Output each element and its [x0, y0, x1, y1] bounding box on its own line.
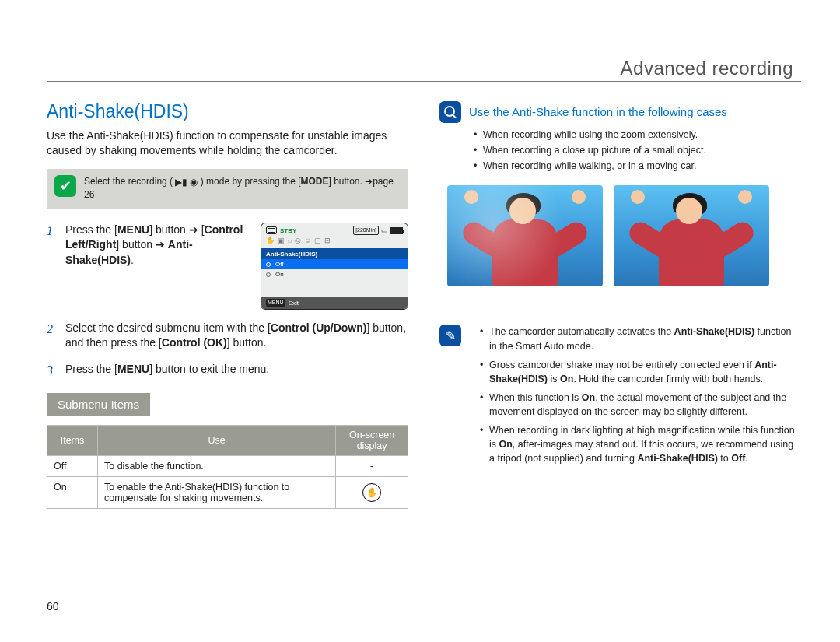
header-rule [47, 81, 801, 82]
cases-list: When recording while using the zoom exte… [439, 128, 801, 173]
t: ] button. [227, 336, 267, 349]
th-use: Use [97, 425, 335, 455]
menu-label: MENU [117, 363, 149, 375]
menu-option-on: On [261, 269, 408, 279]
menu-badge: MENU [266, 299, 285, 307]
t: . [745, 453, 747, 464]
table-row: Off To disable the function. - [47, 455, 408, 476]
menu-option-off: Off [261, 259, 408, 269]
table-row: On To enable the Anti-Shake(HDIS) functi… [47, 476, 408, 508]
lcd-preview: STBY [220Min] ▭ ✋ ▣ [261, 223, 408, 310]
cell-item: On [47, 476, 98, 508]
text: Select the recording ( [84, 176, 173, 187]
page-header: Advanced recording [621, 58, 793, 79]
list-item: When this function is On, the actual mov… [480, 391, 801, 419]
t: Select the desired submenu item with the… [65, 321, 271, 334]
grid-icon: ⊞ [324, 236, 331, 246]
t: The camcorder automatically activates th… [489, 326, 674, 337]
t: is [548, 374, 560, 384]
cell-display: - [336, 455, 408, 476]
photo-mode-icon: ◉ [190, 176, 198, 188]
b: Anti-Shake(HDIS) [674, 326, 754, 337]
check-icon: ✔ [54, 175, 76, 197]
th-items: Items [47, 425, 98, 455]
film-icon: ▣ [278, 236, 285, 246]
list-item: The camcorder automatically activates th… [480, 325, 801, 353]
hand-icon: ✋ [266, 236, 275, 246]
list-item: When recording while walking, or in a mo… [474, 159, 801, 173]
notes-list: The camcorder automatically activates th… [469, 325, 801, 470]
time-remaining: [220Min] [353, 226, 379, 235]
footer-rule [47, 595, 801, 595]
step-1: 1 Press the [MENU] button ➔ [Control Lef… [47, 223, 408, 310]
intro-text: Use the Anti-Shake(HDIS) function to com… [47, 128, 408, 158]
cases-callout: Use the Anti-Shake function in the follo… [439, 101, 801, 123]
step-number: 3 [47, 362, 53, 379]
search-icon: ⌕ [288, 236, 292, 246]
focus-icon: ◎ [295, 236, 301, 246]
mode-label: MODE [300, 176, 328, 187]
section-heading: Anti-Shake(HDIS) [47, 101, 408, 122]
precondition-text: Select the recording ( ▶▮ ◉ ) mode by pr… [84, 175, 401, 201]
b: Anti-Shake(HDIS) [637, 453, 717, 464]
photo-unstable [447, 185, 603, 286]
left-column: Anti-Shake(HDIS) Use the Anti-Shake(HDIS… [47, 101, 408, 509]
photo-stable [614, 185, 769, 286]
b: On [499, 439, 513, 450]
cell-use: To enable the Anti-Shake(HDIS) function … [97, 476, 335, 508]
control-ud-label: Control (Up/Down) [271, 321, 367, 334]
t: to [718, 453, 731, 464]
t: . [131, 254, 134, 266]
divider [439, 310, 801, 310]
cell-use: To disable the function. [97, 455, 335, 476]
th-display: On-screen display [336, 425, 408, 455]
video-mode-icon: ▶▮ [175, 176, 187, 188]
menu-label: MENU [117, 223, 149, 236]
control-ok-label: Control (OK) [162, 336, 227, 349]
example-photos [439, 185, 801, 286]
precondition-note: ✔ Select the recording ( ▶▮ ◉ ) mode by … [47, 169, 408, 209]
t: ] button ➔ [116, 238, 167, 251]
t: Press the [ [65, 363, 117, 375]
t: When this function is [489, 392, 582, 403]
t: . Hold the camcorder firmly with both ha… [573, 374, 763, 384]
b: Off [731, 453, 745, 464]
text: ) mode by pressing the [ [201, 176, 301, 187]
submenu-heading: Submenu Items [47, 393, 150, 416]
exit-label: Exit [289, 299, 299, 307]
t: Gross camcorder shake may not be entirel… [489, 360, 754, 370]
step-number: 1 [47, 223, 53, 240]
list-item: When recording in dark lighting at high … [480, 423, 801, 465]
text: ] button. [328, 176, 365, 187]
step-3: 3 Press the [MENU] button to exit the me… [47, 362, 408, 377]
t: ] button ➔ [ [149, 223, 204, 236]
face-icon: ☺ [304, 236, 311, 246]
t: ] button to exit the menu. [149, 363, 269, 375]
notes-block: The camcorder automatically activates th… [439, 325, 801, 482]
step-list: 1 Press the [MENU] button ➔ [Control Lef… [47, 223, 408, 377]
manual-page: Advanced recording Anti-Shake(HDIS) Use … [0, 0, 840, 642]
mode-icons: ▶▮ ◉ [175, 176, 198, 188]
b: On [560, 374, 573, 384]
label: Off [275, 260, 284, 268]
scene-icon: ▢ [314, 236, 321, 246]
cases-heading: Use the Anti-Shake function in the follo… [469, 101, 727, 120]
magnifier-icon [439, 101, 461, 123]
battery-icon [390, 227, 403, 234]
list-item: When recording a close up picture of a s… [474, 143, 801, 157]
label: On [275, 270, 284, 279]
list-item: Gross camcorder shake may not be entirel… [480, 358, 801, 386]
submenu-table: Items Use On-screen display Off To disab… [47, 425, 408, 509]
sd-icon [266, 226, 277, 234]
icon-strip: ✋ ▣ ⌕ ◎ ☺ ▢ ⊞ [261, 236, 408, 248]
right-column: Use the Anti-Shake function in the follo… [439, 101, 801, 509]
page-number: 60 [47, 600, 59, 612]
cell-item: Off [47, 455, 98, 476]
list-item: When recording while using the zoom exte… [474, 128, 801, 142]
b: On [582, 392, 595, 403]
cell-display: ✋ [336, 476, 408, 508]
step-2: 2 Select the desired submenu item with t… [47, 321, 408, 351]
lcd-footer: MENU Exit [261, 297, 408, 309]
antishake-icon: ✋ [362, 483, 381, 502]
t: Press the [ [65, 223, 117, 236]
